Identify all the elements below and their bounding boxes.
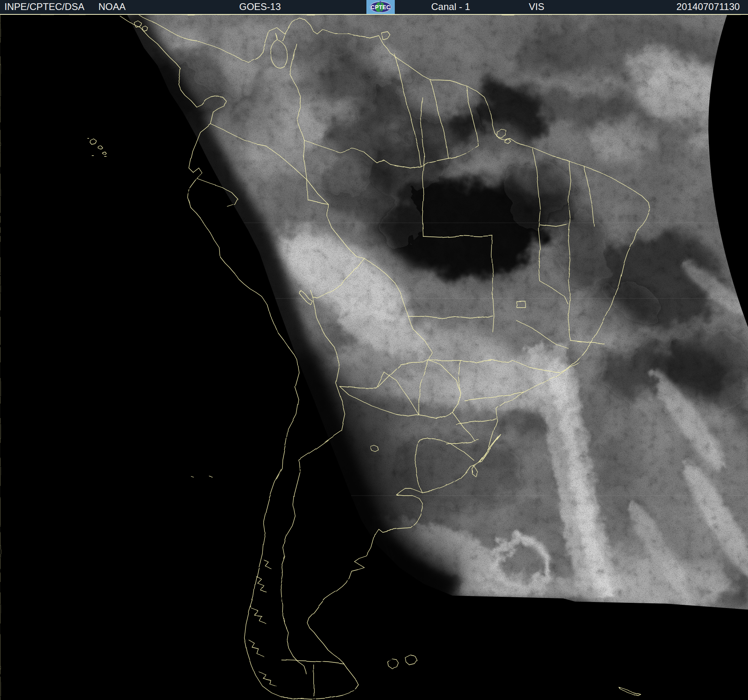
svg-text:CPTEC: CPTEC xyxy=(371,4,391,10)
